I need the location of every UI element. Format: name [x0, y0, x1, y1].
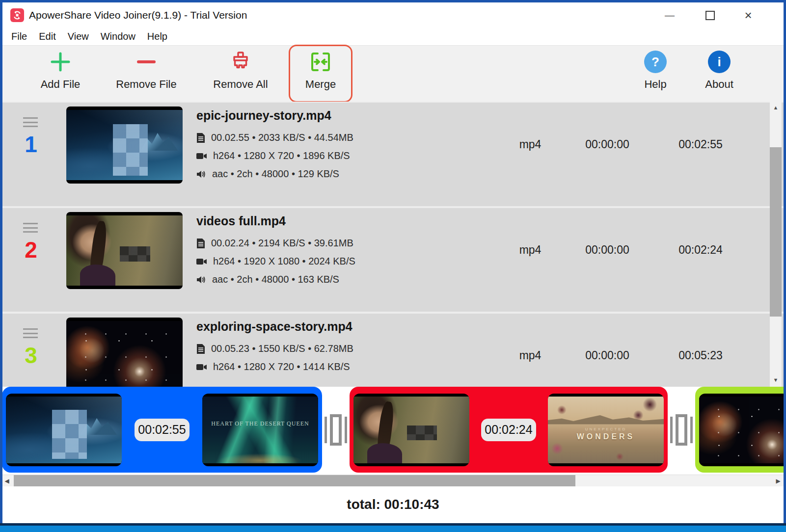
- duration-cell: 00:05:23: [666, 349, 735, 362]
- remove-file-button[interactable]: Remove File: [112, 48, 181, 100]
- video-camera-icon: [196, 363, 207, 371]
- clip1-duration-badge: 00:02:55: [135, 419, 190, 441]
- window-border-left: [0, 0, 2, 525]
- row-number: 1: [17, 131, 45, 158]
- scroll-down-arrow-icon[interactable]: ▼: [770, 375, 782, 385]
- merge-button[interactable]: Merge: [286, 48, 355, 100]
- remove-file-label: Remove File: [116, 78, 176, 91]
- vertical-scrollbar-thumb[interactable]: [770, 147, 782, 317]
- window-border-right: [784, 0, 786, 525]
- video-thumbnail-nebula: [66, 318, 183, 387]
- file-name: epic-journey-story.mp4: [196, 108, 452, 123]
- pixelated-watermark: [407, 426, 437, 440]
- start-time-cell: 00:00:00: [573, 243, 642, 257]
- clip2-start-thumbnail[interactable]: [353, 394, 469, 466]
- scroll-up-arrow-icon[interactable]: ▲: [770, 103, 782, 112]
- video-thumbnail-mountain: [66, 106, 183, 184]
- speaker-icon: [196, 170, 206, 179]
- timeline-clip-2[interactable]: 00:02:24 UNEXPECTED WONDERS: [350, 387, 668, 473]
- clip-join-separator-icon: [668, 387, 695, 473]
- stars-overlay: [699, 397, 786, 463]
- merge-label: Merge: [305, 78, 336, 91]
- movie-title-text: WONDERS: [548, 432, 664, 441]
- scroll-left-arrow-icon[interactable]: ◀: [1, 475, 13, 486]
- file-audio-info: aac • 2ch • 48000 • 163 KB/S: [196, 270, 452, 289]
- about-button[interactable]: i About: [685, 48, 754, 100]
- pixelated-watermark: [120, 246, 150, 262]
- close-button[interactable]: ×: [737, 6, 759, 24]
- total-duration: total: 00:10:43: [347, 497, 439, 512]
- clip1-start-thumbnail[interactable]: [6, 394, 122, 466]
- about-label: About: [705, 78, 733, 91]
- timeline-clip-1[interactable]: 00:02:55 HEART OF THE DESERT QUEEN: [2, 387, 322, 473]
- menu-edit[interactable]: Edit: [39, 31, 55, 42]
- app-window: ApowerShare Video Joiner(9.1.9) - Trial …: [0, 0, 786, 532]
- speaker-icon: [196, 275, 206, 284]
- pixelated-watermark: [113, 124, 148, 176]
- add-file-label: Add File: [41, 78, 81, 91]
- horizontal-scrollbar-thumb[interactable]: [14, 475, 575, 486]
- pixelated-watermark: [52, 410, 87, 459]
- merge-icon: [309, 48, 332, 76]
- broom-icon: [229, 48, 252, 76]
- info-icon: i: [708, 51, 731, 73]
- stars-overlay: [66, 321, 183, 387]
- minimize-button[interactable]: —: [658, 6, 681, 24]
- timeline-clip-3[interactable]: [695, 387, 786, 473]
- start-time-cell: 00:00:00: [573, 138, 642, 151]
- row-number: 3: [17, 342, 45, 369]
- add-file-button[interactable]: Add File: [26, 48, 95, 100]
- document-icon: [196, 238, 205, 249]
- help-button[interactable]: ? Help: [621, 48, 690, 100]
- video-camera-icon: [196, 258, 207, 266]
- menu-help[interactable]: Help: [147, 31, 167, 42]
- file-general-info: 00.05.23 • 1550 KB/S • 62.78MB: [196, 340, 452, 358]
- file-row-3[interactable]: 3 exploring-space-story.mp4 00.05.23 • 1…: [2, 314, 784, 387]
- toolbar: Add File Remove File Remove All: [2, 45, 784, 102]
- help-label: Help: [644, 78, 666, 91]
- clip1-end-thumbnail[interactable]: HEART OF THE DESERT QUEEN: [202, 394, 318, 466]
- window-title: ApowerShare Video Joiner(9.1.9) - Trial …: [29, 9, 247, 21]
- movie-title-text: HEART OF THE DESERT QUEEN: [202, 420, 318, 427]
- file-row-1[interactable]: 1 epic-journey-story.mp4 00.02.55 • 2033…: [2, 103, 784, 206]
- menu-bar: File Edit View Window Help: [2, 28, 784, 45]
- duration-cell: 00:02:55: [666, 138, 735, 151]
- menu-view[interactable]: View: [68, 31, 89, 42]
- drag-handle-icon[interactable]: [23, 223, 38, 233]
- format-cell: mp4: [496, 349, 565, 362]
- remove-all-label: Remove All: [213, 78, 268, 91]
- app-logo-icon: [10, 8, 24, 22]
- horizontal-scrollbar[interactable]: ◀ ▶: [0, 475, 786, 486]
- title-bar: ApowerShare Video Joiner(9.1.9) - Trial …: [2, 2, 784, 28]
- clip3-start-thumbnail[interactable]: [699, 394, 786, 466]
- clip2-end-thumbnail[interactable]: UNEXPECTED WONDERS: [548, 394, 664, 466]
- drag-handle-icon[interactable]: [23, 328, 38, 338]
- menu-file[interactable]: File: [11, 31, 27, 42]
- file-video-info: h264 • 1280 X 720 • 1896 KB/S: [196, 147, 452, 165]
- maximize-button[interactable]: [699, 6, 721, 24]
- drag-handle-icon[interactable]: [23, 117, 38, 127]
- plus-icon: [49, 48, 72, 76]
- format-cell: mp4: [496, 138, 565, 151]
- movie-subtitle-text: UNEXPECTED: [548, 427, 664, 431]
- remove-all-button[interactable]: Remove All: [206, 48, 275, 100]
- video-thumbnail-portrait: [66, 212, 183, 289]
- scroll-right-arrow-icon[interactable]: ▶: [772, 475, 784, 486]
- menu-window[interactable]: Window: [101, 31, 136, 42]
- file-name: exploring-space-story.mp4: [196, 319, 452, 334]
- file-general-info: 00.02.55 • 2033 KB/S • 44.54MB: [196, 129, 452, 147]
- file-name: videos full.mp4: [196, 214, 452, 228]
- file-general-info: 00.02.24 • 2194 KB/S • 39.61MB: [196, 234, 452, 252]
- file-video-info: h264 • 1280 X 720 • 1414 KB/S: [196, 358, 452, 376]
- clip2-duration-badge: 00:02:24: [481, 419, 536, 441]
- document-icon: [196, 344, 205, 354]
- format-cell: mp4: [496, 243, 565, 257]
- footer-bar: total: 00:10:43: [2, 486, 784, 523]
- clip-join-separator-icon: [322, 387, 350, 473]
- start-time-cell: 00:00:00: [573, 349, 642, 362]
- file-video-info: h264 • 1920 X 1080 • 2024 KB/S: [196, 252, 452, 270]
- vertical-scrollbar[interactable]: ▲ ▼: [770, 102, 782, 387]
- file-list: 1 epic-journey-story.mp4 00.02.55 • 2033…: [2, 102, 784, 387]
- file-row-2[interactable]: 2 videos full.mp4 00.02.24 • 2194 KB/S •…: [2, 208, 784, 312]
- duration-cell: 00:02:24: [666, 243, 735, 257]
